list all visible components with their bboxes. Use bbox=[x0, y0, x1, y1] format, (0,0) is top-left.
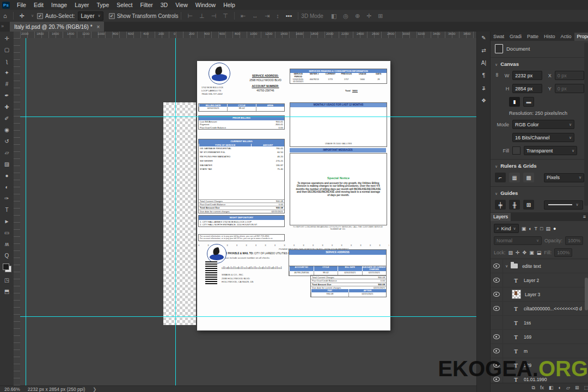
canvas-section-header[interactable]: ∨Canvas bbox=[495, 61, 584, 67]
lock-artboard-icon[interactable]: ▣ bbox=[529, 250, 534, 255]
layer-name[interactable]: 169 bbox=[524, 334, 531, 340]
tool-icon[interactable]: ✐ bbox=[1, 113, 13, 124]
layers-action-icon[interactable]: ◐ bbox=[559, 385, 561, 390]
layer-row[interactable]: T 1ss bbox=[491, 316, 588, 330]
landscape-orientation-button[interactable]: ▬ bbox=[523, 97, 534, 107]
toggle-grid-icon[interactable]: ▦ bbox=[509, 173, 520, 182]
align-icon[interactable]: ⊥ bbox=[196, 13, 208, 19]
layer-name[interactable]: 1ss bbox=[524, 320, 531, 326]
canvas-width-field[interactable]: 2232 px bbox=[512, 71, 542, 80]
vertical-guide[interactable] bbox=[26, 38, 26, 385]
fill-field[interactable]: 100% bbox=[554, 248, 572, 257]
layer-visibility-toggle[interactable] bbox=[491, 259, 503, 273]
layer-row[interactable]: T Layer 2 bbox=[491, 273, 588, 287]
guide-style-select[interactable]: ∨ bbox=[544, 200, 583, 210]
layer-visibility-toggle[interactable] bbox=[491, 344, 503, 358]
filter-pixel-layers-icon[interactable]: ▣ bbox=[522, 226, 526, 231]
tab-actions[interactable]: Actio bbox=[558, 33, 574, 41]
zoom-level[interactable]: 20.66% bbox=[4, 387, 20, 392]
document-tab[interactable]: Italy id.psd @ 20.7% (RGB/16) * × bbox=[10, 22, 104, 32]
tool-icon[interactable]: ▢ bbox=[1, 44, 13, 56]
dock-panel-icon[interactable]: A| bbox=[481, 60, 486, 66]
lock-position-icon[interactable]: ✥ bbox=[523, 250, 527, 255]
threed-tool-icon[interactable]: ✛ bbox=[363, 13, 375, 19]
quick-mask-icon[interactable]: ◳ bbox=[1, 274, 13, 286]
filter-toggle-icon[interactable]: ● bbox=[553, 226, 556, 231]
show-transform-checkbox[interactable]: ✓ bbox=[109, 13, 115, 19]
tool-icon[interactable]: ✚ bbox=[1, 101, 13, 113]
layer-thumbnail[interactable] bbox=[510, 262, 518, 270]
layer-visibility-toggle[interactable] bbox=[491, 273, 503, 287]
horizontal-guide[interactable] bbox=[20, 316, 476, 317]
blend-mode-select[interactable]: Normal∨ bbox=[494, 236, 542, 245]
fill-swatch[interactable] bbox=[512, 146, 520, 155]
layer-visibility-toggle[interactable] bbox=[491, 287, 503, 301]
menu-item[interactable]: View bbox=[171, 0, 192, 10]
color-swatches-icon[interactable] bbox=[3, 264, 11, 272]
layer-visibility-toggle[interactable] bbox=[491, 302, 503, 315]
lock-guides-icon[interactable]: ╫ bbox=[509, 200, 520, 210]
menu-item[interactable]: 3D bbox=[157, 0, 171, 10]
properties-scrollbar[interactable] bbox=[584, 42, 588, 206]
filter-adjustment-layers-icon[interactable]: ◐ bbox=[529, 226, 531, 231]
layer-thumbnail[interactable]: T bbox=[512, 276, 520, 284]
tab-patterns[interactable]: Patte bbox=[524, 33, 541, 41]
tool-icon[interactable]: ↺ bbox=[1, 136, 13, 147]
filter-type-layers-icon[interactable]: T bbox=[535, 226, 538, 231]
layers-action-icon[interactable]: ◧ bbox=[549, 385, 554, 390]
tool-icon[interactable]: ▨ bbox=[1, 158, 13, 170]
layer-name[interactable]: m bbox=[524, 348, 528, 354]
dock-panel-icon[interactable]: ⇄ bbox=[481, 47, 486, 53]
menu-item[interactable]: Filter bbox=[136, 0, 156, 10]
distribute-icon[interactable]: ↔ bbox=[249, 13, 261, 19]
tab-swatches[interactable]: Swat bbox=[491, 33, 507, 41]
layer-filter-kind-select[interactable]: ⌕ Kind ∨ bbox=[494, 224, 519, 233]
layer-row[interactable]: T 169 bbox=[491, 330, 588, 344]
tool-caret-icon[interactable]: ∨ bbox=[28, 14, 37, 18]
tool-icon[interactable]: ✒ bbox=[1, 90, 13, 101]
menu-item[interactable]: Layer bbox=[71, 0, 93, 10]
photoshop-app-icon[interactable]: Ps bbox=[2, 2, 10, 9]
tool-icon[interactable]: ► bbox=[1, 216, 13, 227]
tool-icon[interactable]: ✑ bbox=[1, 193, 13, 204]
tool-icon[interactable]: ʍ bbox=[1, 238, 13, 250]
horizontal-guide[interactable] bbox=[20, 117, 476, 117]
tab-properties[interactable]: Properties bbox=[574, 33, 588, 41]
auto-select-checkbox[interactable]: ✓ bbox=[37, 13, 43, 19]
layers-action-icon[interactable]: ▱ bbox=[566, 385, 570, 390]
toggle-rulers-icon[interactable]: ⌐ bbox=[495, 173, 506, 182]
align-icon[interactable]: ⊤ bbox=[219, 13, 231, 19]
layer-row[interactable]: ∨ edite text bbox=[491, 259, 588, 273]
color-mode-select[interactable]: RGB Color∨ bbox=[512, 120, 574, 129]
auto-select-dropdown[interactable]: Layer∨ bbox=[78, 11, 103, 21]
dock-panel-icon[interactable]: ʑ bbox=[482, 85, 485, 91]
lock-all-icon[interactable]: ⬓ bbox=[537, 250, 542, 255]
menu-item[interactable]: Help bbox=[219, 0, 239, 10]
tool-icon[interactable]: ▭ bbox=[1, 227, 13, 238]
move-tool-icon[interactable]: ✛ bbox=[16, 13, 28, 20]
tool-icon[interactable]: ▱ bbox=[1, 147, 13, 158]
threed-tool-icon[interactable]: ◧ bbox=[328, 13, 340, 19]
menu-item[interactable]: Type bbox=[93, 0, 113, 10]
threed-tool-icon[interactable]: ◎ bbox=[340, 13, 352, 19]
menu-item[interactable]: Image bbox=[47, 0, 71, 10]
layer-name[interactable]: Layer 3 bbox=[525, 292, 540, 297]
layers-action-icon[interactable]: ⬚ bbox=[584, 385, 588, 390]
portrait-orientation-button[interactable]: ▮ bbox=[509, 97, 520, 107]
layer-thumbnail[interactable]: T bbox=[512, 304, 520, 313]
align-icon[interactable]: ⊣ bbox=[208, 13, 220, 19]
tab-layers[interactable]: Layers bbox=[491, 213, 511, 221]
fill-select[interactable]: Transparent∨ bbox=[524, 146, 577, 155]
bit-depth-select[interactable]: 16 Bits/Channel∨ bbox=[512, 133, 574, 142]
rulers-grids-section-header[interactable]: ∨Rulers & Grids bbox=[495, 163, 584, 169]
threed-tool-icon[interactable]: ⊕ bbox=[352, 13, 363, 19]
layer-thumbnail[interactable] bbox=[512, 290, 521, 299]
tool-icon[interactable]: ✛ bbox=[1, 33, 13, 44]
filter-shape-layers-icon[interactable]: □ bbox=[540, 226, 543, 231]
layer-name[interactable]: edite text bbox=[522, 264, 541, 269]
layer-name[interactable]: Layer 2 bbox=[524, 278, 539, 283]
menu-item[interactable]: File bbox=[13, 0, 30, 10]
menu-item[interactable]: Edit bbox=[30, 0, 47, 10]
layer-thumbnail[interactable]: T bbox=[512, 333, 520, 341]
layer-visibility-toggle[interactable] bbox=[491, 330, 503, 344]
